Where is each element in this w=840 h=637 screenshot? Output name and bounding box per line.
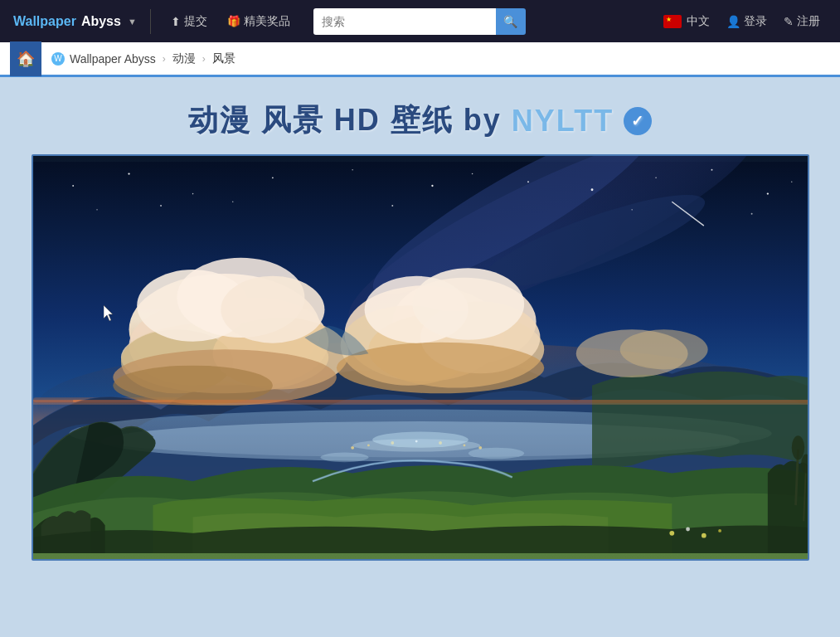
language-selector[interactable]: 中文	[657, 14, 716, 29]
page-title: 动漫 风景 HD 壁纸 by NYLTT ✓	[188, 100, 652, 141]
svg-point-59	[412, 268, 524, 340]
svg-point-70	[468, 448, 523, 459]
nav-featured[interactable]: 🎁 精美奖品	[221, 14, 297, 29]
svg-point-13	[655, 177, 657, 179]
user-icon: 👤	[726, 15, 740, 28]
flag-china-icon	[663, 15, 682, 28]
svg-point-8	[352, 169, 353, 171]
svg-point-61	[619, 329, 707, 369]
language-label: 中文	[687, 14, 710, 29]
svg-point-67	[718, 529, 721, 532]
brand-logo[interactable]: Wallpaper Abyss ▼	[13, 14, 137, 29]
nav-submit[interactable]: ⬆ 提交	[164, 14, 214, 29]
breadcrumb-site-link[interactable]: W Wallpaper Abyss	[51, 52, 156, 66]
wallpaper-container	[18, 154, 823, 577]
home-icon: 🏠	[17, 50, 35, 68]
search-input[interactable]	[313, 8, 496, 35]
navbar-right: 中文 👤 登录 ✎ 注册	[657, 14, 827, 29]
title-author[interactable]: NYLTT	[512, 104, 614, 139]
svg-point-18	[160, 205, 162, 207]
register-label: 注册	[797, 14, 820, 29]
svg-rect-63	[33, 403, 808, 405]
svg-point-66	[701, 533, 706, 538]
svg-point-21	[631, 209, 633, 211]
search-container: 🔍	[313, 8, 526, 35]
brand-wallpaper: Wallpaper	[13, 14, 76, 29]
main-content: 动漫 风景 HD 壁纸 by NYLTT ✓	[0, 77, 840, 637]
svg-point-34	[351, 446, 354, 450]
title-text: 动漫 风景 HD 壁纸 by	[188, 100, 502, 141]
svg-point-5	[128, 173, 129, 174]
svg-point-9	[431, 185, 433, 187]
svg-point-14	[711, 169, 712, 171]
search-button[interactable]: 🔍	[496, 8, 526, 35]
svg-point-19	[231, 201, 233, 202]
breadcrumb-site: W Wallpaper Abyss	[51, 52, 156, 66]
svg-point-12	[590, 188, 593, 191]
gift-icon: 🎁	[227, 15, 240, 27]
breadcrumb: W Wallpaper Abyss › 动漫 › 风景	[41, 51, 245, 66]
verified-badge-icon: ✓	[624, 107, 652, 135]
svg-point-11	[527, 181, 529, 182]
breadcrumb-site-label: Wallpaper Abyss	[70, 52, 156, 66]
svg-point-20	[391, 205, 393, 207]
svg-point-35	[367, 444, 369, 446]
svg-point-65	[686, 528, 690, 532]
breadcrumb-bar: 🏠 W Wallpaper Abyss › 动漫 › 风景	[0, 42, 840, 77]
svg-point-64	[669, 531, 674, 536]
breadcrumb-cat1-label: 动漫	[172, 51, 196, 66]
breadcrumb-cat2-label: 风景	[212, 51, 235, 66]
wallpaper-scene-svg	[33, 156, 808, 559]
register-link[interactable]: ✎ 注册	[777, 14, 827, 29]
login-link[interactable]: 👤 登录	[720, 14, 774, 29]
breadcrumb-sep-2: ›	[202, 53, 206, 65]
svg-rect-62	[33, 400, 808, 403]
svg-point-10	[471, 173, 473, 175]
svg-point-6	[192, 193, 193, 195]
svg-point-51	[221, 276, 324, 343]
wallpaper-image[interactable]	[32, 154, 809, 561]
svg-point-48	[113, 366, 273, 406]
edit-icon: ✎	[784, 15, 794, 28]
nav-submit-label: 提交	[184, 14, 207, 29]
login-label: 登录	[744, 14, 767, 29]
breadcrumb-cat1: 动漫	[172, 51, 196, 66]
svg-point-16	[790, 181, 792, 182]
brand-abyss: Abyss	[81, 14, 121, 29]
svg-point-4	[72, 185, 74, 187]
svg-point-39	[463, 444, 465, 446]
page-header: 动漫 风景 HD 壁纸 by NYLTT ✓	[0, 77, 840, 154]
svg-point-69	[320, 453, 368, 463]
svg-point-7	[271, 177, 273, 178]
svg-point-57	[336, 343, 543, 394]
site-icon: W	[51, 52, 65, 66]
svg-point-22	[750, 213, 752, 215]
search-icon: 🔍	[503, 15, 517, 28]
upload-icon: ⬆	[171, 15, 181, 28]
nav-divider-1	[150, 9, 151, 34]
svg-point-30	[791, 435, 804, 460]
top-navbar: Wallpaper Abyss ▼ ⬆ 提交 🎁 精美奖品 🔍 中文 👤 登录 …	[0, 0, 840, 42]
brand-dropdown-arrow[interactable]: ▼	[128, 17, 137, 27]
svg-point-68	[372, 432, 469, 448]
home-button[interactable]: 🏠	[10, 41, 41, 76]
svg-point-17	[96, 209, 98, 211]
breadcrumb-sep-1: ›	[163, 53, 166, 65]
breadcrumb-cat2: 风景	[212, 51, 235, 66]
svg-point-15	[766, 192, 768, 194]
breadcrumb-cat1-link[interactable]: 动漫	[172, 51, 196, 66]
nav-featured-label: 精美奖品	[244, 14, 290, 29]
